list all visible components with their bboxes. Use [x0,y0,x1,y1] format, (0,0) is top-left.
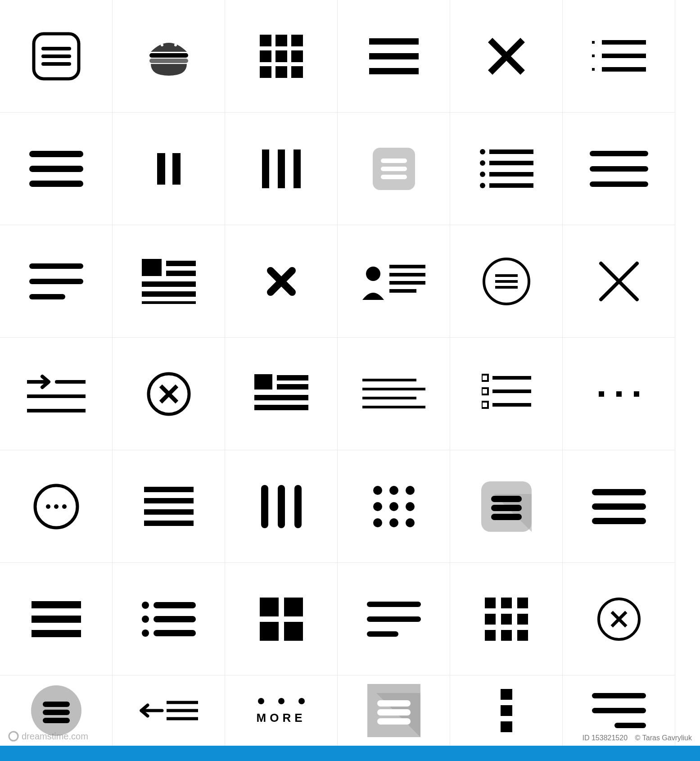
hamburger-rounded-box-icon [0,0,113,113]
separator [630,734,632,742]
svg-rect-7 [149,53,188,58]
svg-rect-60 [142,301,196,304]
svg-rect-33 [172,153,181,185]
svg-rect-156 [43,710,70,715]
svg-rect-120 [491,496,522,502]
svg-rect-34 [262,149,269,188]
close-circle-outline-icon [113,338,225,450]
triple-vertical-bars-icon [225,113,338,225]
svg-rect-108 [278,485,285,528]
dreamstime-wordmark: dreamstime.com [8,729,107,743]
svg-rect-136 [284,598,303,616]
bottom-bar [0,746,700,761]
svg-rect-169 [377,718,411,725]
align-left-icon [0,225,113,338]
svg-rect-16 [275,66,287,78]
align-justify-icon [113,450,225,563]
svg-point-5 [167,40,170,43]
svg-rect-8 [149,59,188,63]
icon-grid [0,0,675,675]
triple-vertical-rounded-icon [225,450,338,563]
hamburger-shadow-card-icon [450,450,563,563]
svg-rect-66 [389,281,425,285]
svg-rect-122 [491,514,522,520]
svg-rect-140 [367,616,421,622]
svg-rect-39 [381,167,407,171]
svg-rect-18 [369,38,419,45]
svg-rect-53 [29,279,83,284]
align-left-short-icon [338,563,450,675]
more-ellipsis-label-icon: MORE [257,675,306,745]
close-x-bold-icon [225,225,338,338]
more-label: MORE [257,712,306,724]
svg-rect-84 [254,395,308,400]
hamburger-bold-icon [0,563,113,675]
svg-rect-67 [389,289,416,293]
svg-point-47 [480,183,485,188]
svg-rect-94 [482,402,488,408]
ellipsis-circle-outline-icon [0,450,113,563]
svg-rect-52 [29,263,83,269]
icon-sheet: MORE [0,0,700,761]
stacked-squares-vertical-icon [501,675,512,745]
svg-rect-35 [278,149,285,188]
underlined-lines-icon [338,338,450,450]
svg-rect-134 [154,630,196,636]
svg-rect-125 [592,518,646,524]
svg-rect-124 [592,503,646,510]
svg-rect-12 [260,50,271,62]
svg-rect-107 [261,485,268,528]
svg-point-162 [258,698,264,704]
svg-rect-42 [489,149,533,154]
svg-rect-141 [367,631,398,637]
hamburger-circle-outline-icon [450,225,563,338]
svg-rect-106 [144,521,194,526]
svg-rect-175 [614,723,646,728]
svg-rect-98 [634,391,639,397]
hamburger-rounded-icon [0,113,113,225]
svg-rect-48 [489,183,533,188]
svg-rect-126 [32,601,81,608]
svg-rect-95 [492,403,531,407]
svg-rect-26 [602,54,646,58]
svg-rect-172 [501,721,512,732]
svg-rect-24 [602,40,646,45]
svg-rect-54 [29,294,65,299]
svg-rect-149 [501,630,512,641]
copyright-symbol: © [635,734,641,742]
svg-rect-28 [602,67,646,72]
svg-point-110 [373,486,382,495]
svg-rect-15 [260,66,271,78]
bullet-list-3-icon [113,563,225,675]
hamburger-shadow-square-icon [367,675,420,745]
svg-rect-51 [590,181,648,187]
grid-3x3-icon [225,0,338,113]
svg-rect-171 [501,705,512,716]
svg-rect-64 [389,265,425,268]
svg-rect-93 [492,390,531,393]
svg-point-43 [480,160,485,166]
svg-rect-146 [501,614,512,625]
close-circle-outline-2-icon [563,563,675,675]
svg-rect-135 [260,598,279,616]
svg-rect-90 [482,375,488,381]
svg-text:dreamstime.com: dreamstime.com [22,731,88,741]
burger-food-icon [113,0,225,113]
svg-point-164 [298,698,305,704]
indent-right-arrow-icon [0,338,113,450]
svg-point-115 [406,502,415,511]
hamburger-card-icon [338,113,450,225]
svg-rect-150 [517,630,528,641]
svg-rect-65 [389,273,425,276]
svg-rect-44 [489,161,533,165]
svg-rect-97 [616,391,622,397]
image-id: ID 153821520 [583,734,628,742]
svg-rect-17 [291,66,303,78]
windows-squares-icon [225,563,338,675]
pause-vertical-icon [113,113,225,225]
svg-rect-109 [294,485,302,528]
svg-rect-55 [142,259,162,276]
svg-rect-25 [592,54,595,57]
svg-rect-29 [29,151,83,157]
stock-attribution: ID 153821520 © Taras Gavryliuk [583,732,692,744]
